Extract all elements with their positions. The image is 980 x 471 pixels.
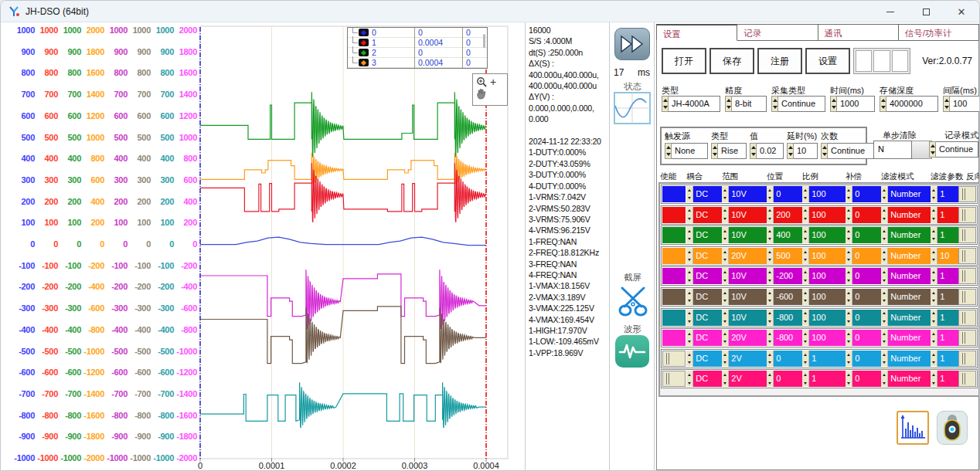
camera-button[interactable] <box>937 411 968 445</box>
channel-cell[interactable]: 1 <box>802 371 846 387</box>
channel-cell-spinner[interactable] <box>686 207 693 223</box>
channel-cell[interactable]: 1 <box>931 371 958 387</box>
param-时间(ms)-value[interactable]: 1000 <box>837 96 875 112</box>
channel-cell-spinner[interactable] <box>802 351 809 367</box>
cursor-table-scrollbar[interactable] <box>483 34 485 48</box>
channel-cell-value[interactable]: 100 <box>809 207 846 223</box>
channel-cell[interactable]: 100 <box>802 310 846 326</box>
param-存储深度[interactable]: 4000000 <box>880 96 938 112</box>
channel-cell[interactable]: 10V <box>722 289 767 305</box>
channel-cell-value[interactable]: 0 <box>852 330 881 346</box>
minimize-button[interactable] <box>873 1 908 22</box>
channel-row-7[interactable]: DC10V-8001000Number1 <box>661 308 978 327</box>
channel-cell-value[interactable]: 0 <box>774 371 802 387</box>
spinner-arrows[interactable] <box>943 96 950 112</box>
channel-cell[interactable]: DC <box>686 289 722 305</box>
channel-cell-value[interactable]: 0 <box>774 186 802 202</box>
channel-cell-spinner[interactable] <box>767 207 774 223</box>
channel-invert-toggle[interactable] <box>958 351 976 367</box>
param-采集类型[interactable]: Continue <box>771 96 825 112</box>
channel-cell-spinner[interactable] <box>931 248 937 264</box>
channel-cell-value[interactable]: 1 <box>937 268 958 284</box>
channel-cell-value[interactable]: DC <box>693 330 722 346</box>
channel-cell-value[interactable]: DC <box>693 310 722 326</box>
channel-cell-spinner[interactable] <box>722 207 729 223</box>
channel-cell-value[interactable]: DC <box>693 268 722 284</box>
channel-cell[interactable]: 10V <box>722 268 767 284</box>
channel-cell-spinner[interactable] <box>722 330 729 346</box>
channel-cell-value[interactable]: Number <box>888 227 931 243</box>
channel-cell[interactable]: 100 <box>802 207 846 223</box>
channel-cell-spinner[interactable] <box>686 227 693 243</box>
channel-cell[interactable]: Number <box>881 351 931 367</box>
channel-cell-spinner[interactable] <box>802 371 809 387</box>
tab-信号/功率计[interactable]: 信号/功率计 <box>899 24 979 41</box>
channel-cell-value[interactable]: 10V <box>729 227 767 243</box>
cursor-table[interactable]: 00010.0004020030.00040 <box>347 27 488 69</box>
channel-cell-value[interactable]: 10V <box>729 268 767 284</box>
channel-cell-value[interactable]: 1 <box>937 330 958 346</box>
channel-cell-spinner[interactable] <box>767 248 774 264</box>
channel-cell[interactable]: -600 <box>767 289 802 305</box>
channel-cell-spinner[interactable] <box>802 268 809 284</box>
channel-cell-spinner[interactable] <box>846 330 852 346</box>
channel-cell[interactable]: 500 <box>767 248 802 264</box>
maximize-button[interactable] <box>908 1 944 22</box>
channel-cell[interactable]: Number <box>881 310 931 326</box>
channel-cell-spinner[interactable] <box>846 207 852 223</box>
channel-cell[interactable]: 10 <box>931 248 958 264</box>
channel-cell[interactable]: 0 <box>767 371 802 387</box>
channel-enable-swatch[interactable] <box>662 248 686 264</box>
channel-cell-spinner[interactable] <box>931 186 937 202</box>
channel-cell-spinner[interactable] <box>846 186 852 202</box>
channel-cell[interactable]: 20V <box>722 330 767 346</box>
channel-cell-value[interactable]: DC <box>693 227 722 243</box>
channel-cell-value[interactable]: Number <box>888 268 931 284</box>
record-mode-value[interactable]: Continue <box>936 141 978 158</box>
channel-cell-spinner[interactable] <box>802 186 809 202</box>
channel-cell-value[interactable]: 1 <box>809 351 846 367</box>
channel-cell-value[interactable]: Number <box>888 330 931 346</box>
channel-cell-value[interactable]: Number <box>888 371 931 387</box>
channel-cell[interactable]: 0 <box>846 186 881 202</box>
channel-cell-value[interactable]: -600 <box>774 289 802 305</box>
spinner-arrows[interactable] <box>929 141 936 158</box>
channel-invert-toggle[interactable] <box>958 186 976 202</box>
channel-cell-value[interactable]: DC <box>693 371 722 387</box>
channel-cell[interactable]: 0 <box>846 289 881 305</box>
channel-cell-value[interactable]: 0 <box>852 268 881 284</box>
channel-cell-spinner[interactable] <box>881 330 888 346</box>
channel-cell-spinner[interactable] <box>686 248 693 264</box>
channel-cell[interactable]: Number <box>881 207 931 223</box>
channel-cell-value[interactable]: 0 <box>852 289 881 305</box>
trigger-类型-value[interactable]: Rise <box>718 143 747 159</box>
toolbar-button-保存[interactable]: 保存 <box>709 48 754 74</box>
channel-cell-spinner[interactable] <box>881 371 888 387</box>
channel-cell[interactable]: DC <box>686 330 722 346</box>
trigger-触发源[interactable]: None <box>665 143 708 159</box>
zoom-in-icon[interactable] <box>476 76 488 88</box>
channel-row-9[interactable]: DC2V010Number1 <box>661 349 978 368</box>
channel-enable-toggle[interactable] <box>662 351 686 367</box>
spinner-arrows[interactable] <box>821 143 828 159</box>
channel-cell[interactable]: Number <box>881 371 931 387</box>
channel-cell-value[interactable]: 10V <box>729 310 767 326</box>
channel-cell-spinner[interactable] <box>767 371 774 387</box>
channel-cell-spinner[interactable] <box>881 207 888 223</box>
channel-cell-value[interactable]: Number <box>888 289 931 305</box>
channel-cell[interactable]: 0 <box>846 351 881 367</box>
channel-cell-spinner[interactable] <box>881 268 888 284</box>
channel-cell-spinner[interactable] <box>931 227 937 243</box>
channel-cell[interactable]: 0 <box>846 371 881 387</box>
channel-cell-value[interactable]: 10V <box>729 186 767 202</box>
channel-cell-spinner[interactable] <box>931 289 937 305</box>
channel-enable-swatch[interactable] <box>662 207 686 223</box>
channel-cell-spinner[interactable] <box>722 371 729 387</box>
tab-设置[interactable]: 设置 <box>656 24 737 41</box>
channel-cell[interactable]: 0 <box>846 310 881 326</box>
channel-cell-spinner[interactable] <box>881 227 888 243</box>
channel-cell-spinner[interactable] <box>931 351 937 367</box>
channel-cell-value[interactable]: Number <box>888 186 931 202</box>
trigger-次数-value[interactable]: Continue <box>828 143 875 159</box>
pan-hand-icon[interactable] <box>476 88 487 100</box>
